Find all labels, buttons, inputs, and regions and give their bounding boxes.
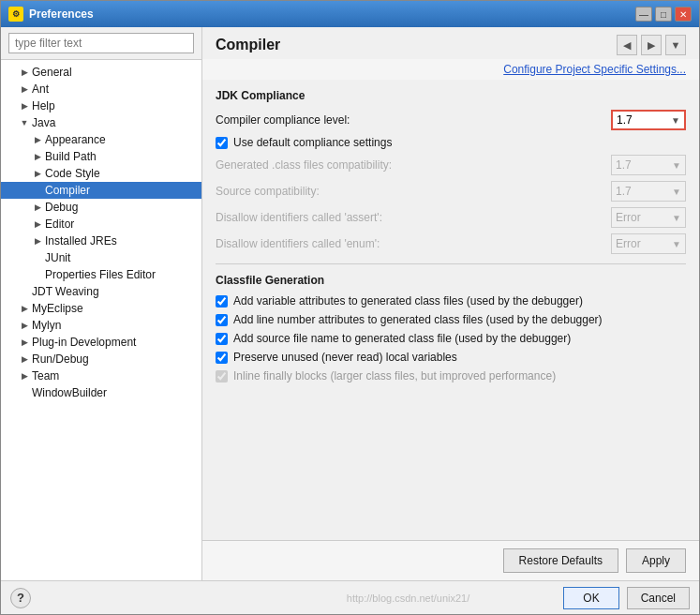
sidebar-item-jdtweaving[interactable]: JDT Weaving: [1, 283, 201, 300]
expand-icon: [31, 184, 44, 197]
sidebar-item-team[interactable]: ▶ Team: [1, 368, 201, 384]
ok-cancel-buttons: OK Cancel: [563, 587, 690, 609]
search-input[interactable]: [8, 33, 194, 53]
sidebar-item-rundebug[interactable]: ▶ Run/Debug: [1, 351, 201, 368]
disallow-enum-value: Error: [616, 237, 641, 250]
expand-icon: ▶: [18, 352, 31, 366]
restore-defaults-button[interactable]: Restore Defaults: [503, 548, 618, 573]
cancel-button[interactable]: Cancel: [627, 587, 690, 609]
cb3-row: Add source file name to generated class …: [216, 332, 686, 345]
use-default-checkbox[interactable]: [216, 137, 228, 149]
cb5-label: Inline finally blocks (larger class file…: [233, 369, 556, 382]
sidebar-item-java[interactable]: ▼ Java: [1, 114, 201, 131]
sidebar-content: ▶ General ▶ Ant ▶ Help ▼ Java: [1, 60, 201, 580]
watermark: http://blog.csdn.net/unix21/: [347, 592, 469, 604]
generated-class-label: Generated .class files compatibility:: [216, 158, 611, 172]
classfile-gen-title: Classfile Generation: [216, 274, 686, 287]
title-bar-left: ⚙ Preferences: [8, 7, 94, 22]
sidebar-item-windowbuilder[interactable]: WindowBuilder: [1, 384, 201, 401]
section-divider: [216, 263, 686, 264]
cb5-row: Inline finally blocks (larger class file…: [216, 369, 686, 382]
use-default-label: Use default compliance settings: [233, 136, 392, 149]
dropdown-button[interactable]: ▼: [665, 35, 686, 55]
config-link[interactable]: Configure Project Specific Settings...: [202, 59, 699, 80]
minimize-button[interactable]: —: [635, 7, 652, 22]
cb2-row: Add line number attributes to generated …: [216, 313, 686, 326]
window-icon: ⚙: [8, 7, 23, 22]
disallow-assert-combo: Error ▼: [611, 207, 686, 228]
preferences-window: ⚙ Preferences — □ ✕ ▶ General ▶: [0, 0, 700, 615]
sidebar-item-appearance[interactable]: ▶ Appearance: [1, 131, 201, 148]
expand-icon: ▶: [18, 302, 31, 315]
expand-icon: ▼: [18, 116, 31, 129]
generated-class-row: Generated .class files compatibility: 1.…: [216, 155, 686, 175]
disallow-assert-row: Disallow identifiers called 'assert': Er…: [216, 207, 686, 228]
apply-button[interactable]: Apply: [626, 548, 686, 573]
maximize-button[interactable]: □: [655, 7, 672, 22]
sidebar-item-debug[interactable]: ▶ Debug: [1, 199, 201, 216]
nav-buttons: ◀ ▶ ▼: [617, 35, 686, 55]
cb4-row: Preserve unused (never read) local varia…: [216, 351, 686, 364]
forward-button[interactable]: ▶: [641, 35, 662, 55]
sidebar-item-buildpath[interactable]: ▶ Build Path: [1, 148, 201, 165]
disallow-enum-row: Disallow identifiers called 'enum': Erro…: [216, 233, 686, 254]
search-bar: [1, 27, 201, 60]
disallow-enum-combo: Error ▼: [611, 233, 686, 254]
expand-icon: ▶: [31, 133, 44, 146]
panel-header: Compiler ◀ ▶ ▼: [202, 27, 699, 59]
sidebar-item-editor[interactable]: ▶ Editor: [1, 216, 201, 232]
sidebar-item-codestyle[interactable]: ▶ Code Style: [1, 165, 201, 182]
expand-icon: ▶: [18, 66, 31, 79]
sidebar-item-help[interactable]: ▶ Help: [1, 98, 201, 114]
window-title: Preferences: [29, 8, 94, 21]
expand-icon: ▶: [18, 319, 31, 332]
sidebar-item-installedjres[interactable]: ▶ Installed JREs: [1, 232, 201, 249]
expand-icon: [18, 285, 31, 298]
compliance-level-row: Compiler compliance level: 1.7 ▼: [216, 110, 686, 130]
sidebar-item-compiler[interactable]: Compiler: [1, 182, 201, 199]
combo-arrow-icon: ▼: [672, 213, 681, 223]
sidebar-item-plugindev[interactable]: ▶ Plug-in Development: [1, 334, 201, 351]
sidebar-item-myeclipse[interactable]: ▶ MyEclipse: [1, 300, 201, 317]
help-button[interactable]: ?: [10, 588, 31, 608]
disallow-assert-value: Error: [616, 211, 641, 224]
expand-icon: ▶: [18, 336, 31, 349]
cb3-label: Add source file name to generated class …: [233, 332, 571, 345]
footer-buttons: Restore Defaults Apply: [202, 540, 699, 580]
expand-icon: [31, 268, 44, 281]
cb1-checkbox[interactable]: [216, 295, 228, 308]
compliance-level-combo[interactable]: 1.7 ▼: [611, 110, 686, 130]
cb3-checkbox[interactable]: [216, 333, 228, 345]
combo-arrow-icon: ▼: [672, 187, 681, 197]
compliance-level-label: Compiler compliance level:: [216, 113, 611, 127]
sidebar-item-general[interactable]: ▶ General: [1, 64, 201, 81]
ok-button[interactable]: OK: [563, 587, 618, 609]
content-area: ▶ General ▶ Ant ▶ Help ▼ Java: [1, 27, 699, 580]
expand-icon: ▶: [31, 201, 44, 214]
source-compat-value: 1.7: [616, 185, 632, 198]
sidebar-item-propfileseditor[interactable]: Properties Files Editor: [1, 266, 201, 283]
cb1-label: Add variable attributes to generated cla…: [233, 294, 583, 308]
sidebar-item-junit[interactable]: JUnit: [1, 249, 201, 266]
bottom-bar: ? http://blog.csdn.net/unix21/ OK Cancel: [1, 580, 699, 614]
generated-class-combo: 1.7 ▼: [611, 155, 686, 175]
panel-body: JDK Compliance Compiler compliance level…: [202, 80, 699, 540]
cb1-row: Add variable attributes to generated cla…: [216, 294, 686, 308]
close-button[interactable]: ✕: [675, 7, 692, 22]
back-button[interactable]: ◀: [617, 35, 637, 55]
sidebar-item-ant[interactable]: ▶ Ant: [1, 81, 201, 98]
combo-arrow-icon: ▼: [672, 160, 681, 171]
expand-icon: ▶: [31, 167, 44, 180]
source-compat-row: Source compatibility: 1.7 ▼: [216, 181, 686, 202]
sidebar-item-mylyn[interactable]: ▶ Mylyn: [1, 317, 201, 334]
sidebar: ▶ General ▶ Ant ▶ Help ▼ Java: [1, 27, 202, 580]
cb4-checkbox[interactable]: [216, 352, 228, 364]
disallow-assert-label: Disallow identifiers called 'assert':: [216, 211, 611, 224]
expand-icon: ▶: [18, 369, 31, 382]
disallow-enum-label: Disallow identifiers called 'enum':: [216, 237, 611, 250]
cb2-label: Add line number attributes to generated …: [233, 313, 603, 326]
source-compat-label: Source compatibility:: [216, 185, 611, 198]
title-bar: ⚙ Preferences — □ ✕: [1, 1, 699, 27]
cb2-checkbox[interactable]: [216, 314, 228, 326]
cb4-label: Preserve unused (never read) local varia…: [233, 351, 457, 364]
